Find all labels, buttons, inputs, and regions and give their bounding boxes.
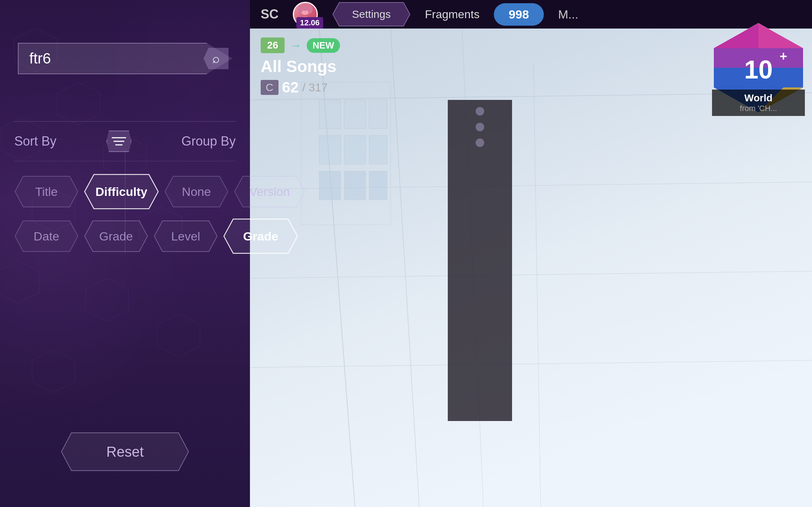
new-badge: NEW [307,38,340,53]
world-sublabel: from 'CH... [715,104,802,113]
group-by-label: Group By [181,134,236,149]
svg-rect-17 [369,171,387,200]
settings-label: Settings [352,8,391,20]
svg-rect-13 [344,136,366,164]
settings-button[interactable]: Settings [332,2,411,27]
group-version-option[interactable]: Version [234,176,305,208]
sc-label: SC [261,7,279,22]
sort-date-option[interactable]: Date [14,220,79,252]
svg-text:+: + [780,49,787,64]
sort-title-option[interactable]: Title [14,176,79,208]
song-list-info: 26 → NEW All Songs C 62 / 317 [250,30,428,103]
group-version-cell: Version [234,174,305,209]
sort-title-cell: Title [14,174,79,209]
svg-text:10: 10 [744,55,773,84]
group-level-cell: Level [154,218,218,254]
sort-by-label: Sort By [14,134,56,149]
difficulty-badge: 10 + World from 'CH... [712,21,805,114]
active-dot-group-grade: Grade [243,229,278,243]
fragments-label: Fragments [425,8,480,21]
group-level-label: Level [171,229,200,243]
svg-marker-24 [0,260,39,303]
group-level-option[interactable]: Level [154,220,218,252]
songs-number: 62 [282,79,299,96]
svg-rect-9 [319,100,341,128]
sort-grade-label: Grade [99,229,133,243]
panel-dot [476,138,484,147]
svg-rect-15 [319,171,341,200]
sort-title-label: Title [35,185,58,199]
more-label: M... [558,7,578,21]
filter-icon [112,136,126,147]
search-icon: ⌕ [212,51,220,66]
sort-grade-option[interactable]: Grade [84,220,148,252]
reset-section: Reset [0,432,250,471]
score-value: 12.06 [300,18,320,27]
group-grade-option[interactable]: Grade [223,218,298,254]
svg-marker-26 [157,314,200,357]
avatar-section: 12.06 [293,2,318,27]
svg-rect-14 [369,136,387,164]
svg-rect-16 [344,171,366,200]
search-container: ftr6 ⌕ [18,43,232,74]
svg-marker-48 [714,23,758,48]
svg-rect-11 [369,100,387,128]
svg-line-3 [533,64,541,507]
svg-marker-27 [32,350,75,392]
svg-point-43 [298,5,303,14]
count-row: 26 → NEW [261,37,418,53]
score-badge: 12.06 [296,17,323,29]
songs-total: / 317 [302,81,327,94]
fragments-count-value: 998 [509,7,529,21]
group-none-option[interactable]: None [164,176,229,208]
world-label-container: World from 'CH... [712,90,805,116]
sort-difficulty-option[interactable]: Difficulty [84,174,159,209]
left-panel: ftr6 ⌕ Sort By Group By [0,0,250,507]
world-label: World [715,92,802,104]
songs-count-row: C 62 / 317 [261,79,418,96]
panel-dot [476,123,484,131]
svg-line-7 [248,360,812,367]
svg-point-44 [307,5,312,14]
sort-difficulty-label: Difficulty [95,185,147,198]
songs-letter: C [261,80,279,95]
svg-marker-25 [86,278,129,321]
all-songs-title: All Songs [261,57,418,76]
svg-line-6 [248,271,812,278]
fragments-count: 998 [494,3,544,26]
count-current: 26 [261,37,285,53]
arrow-indicator: → [290,39,301,52]
sort-grade-cell: Grade [84,218,148,254]
search-input[interactable]: ftr6 [18,43,232,74]
svg-marker-19 [57,82,100,125]
group-none-cell: None [164,174,229,209]
group-none-label: None [182,185,211,199]
search-area: ftr6 ⌕ [11,29,239,81]
search-button[interactable]: ⌕ [204,48,229,69]
filter-icon-button[interactable] [106,131,131,152]
svg-marker-47 [758,23,803,48]
active-dot-difficulty: Difficulty [95,185,147,199]
sort-difficulty-cell: Difficulty [84,174,159,209]
group-grade-cell: Grade [223,218,298,254]
group-grade-label: Grade [243,229,278,243]
svg-rect-12 [319,136,341,164]
sort-date-cell: Date [14,218,79,254]
reset-button[interactable]: Reset [61,432,189,471]
group-version-label: Version [249,185,290,199]
panel-dot [476,107,484,116]
reset-label: Reset [106,444,144,460]
dark-panel [448,100,512,421]
sort-date-label: Date [34,229,59,243]
svg-rect-10 [344,100,366,128]
